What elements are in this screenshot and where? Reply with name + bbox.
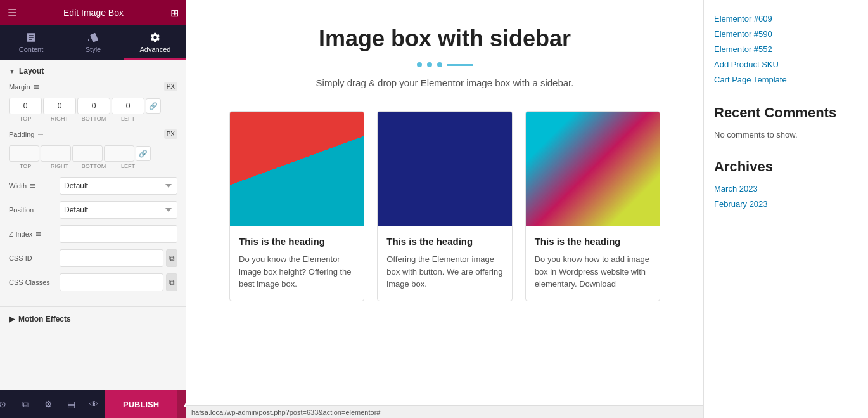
- link-590[interactable]: Elementor #590: [714, 29, 772, 39]
- margin-left-label: LEFT: [112, 115, 144, 122]
- card-2-text: Offering the Elementor image box with bu…: [386, 253, 502, 291]
- title-decoration: [205, 62, 684, 67]
- link-cart-template[interactable]: Cart Page Template: [714, 75, 787, 84]
- responsive-icon[interactable]: ▤: [60, 390, 82, 418]
- page-subtitle: Simply drag & drop your Elementor image …: [205, 77, 684, 88]
- settings-icon[interactable]: ⚙: [37, 390, 60, 418]
- recent-comments-title: Recent Comments: [714, 104, 858, 122]
- card-3-text: Do you know how to add image box in Word…: [535, 253, 651, 291]
- tab-advanced[interactable]: Advanced: [124, 25, 186, 60]
- cssclass-label: CSS Classes: [9, 278, 60, 286]
- padding-right-label: RIGHT: [43, 163, 76, 169]
- tab-advanced-label: Advanced: [140, 46, 171, 53]
- card-2-overlay: [378, 112, 511, 226]
- width-select[interactable]: Default Full Width Inline Custom: [60, 177, 177, 195]
- width-label: Width: [9, 182, 60, 190]
- margin-right-label: RIGHT: [43, 115, 76, 122]
- card-3-body: This is the heading Do you know how to a…: [526, 226, 660, 301]
- padding-unit-select[interactable]: PX: [164, 129, 177, 139]
- zindex-row: Z-Index: [9, 225, 177, 243]
- layout-section: Margin PX 🔗 TOP RIGHT BOTTOM LEFT: [0, 82, 186, 306]
- hamburger-icon[interactable]: ☰: [8, 7, 16, 19]
- card-1-text: Do you know the Elementor image box heig…: [239, 253, 355, 291]
- cssid-label: CSS ID: [9, 254, 60, 262]
- position-label: Position: [9, 206, 60, 214]
- dot-3: [437, 62, 442, 67]
- page-title: Image box with sidebar: [205, 25, 684, 52]
- cssid-copy-btn[interactable]: ⧉: [166, 249, 177, 267]
- tab-content-label: Content: [19, 46, 44, 53]
- grid-icon[interactable]: ⊞: [170, 7, 179, 19]
- position-row: Position Default Absolute Fixed: [9, 201, 177, 219]
- margin-bottom-input[interactable]: [77, 98, 110, 114]
- preview-icon[interactable]: 👁: [82, 390, 105, 418]
- layout-arrow: ▼: [9, 68, 15, 75]
- link-609[interactable]: Elementor #609: [714, 14, 772, 23]
- link-552[interactable]: Elementor #552: [714, 44, 772, 54]
- link-item-5: Cart Page Template: [714, 74, 858, 85]
- padding-label: Padding: [9, 131, 47, 138]
- link-item-4: Add Product SKU: [714, 58, 858, 70]
- card-2-img-bg: [378, 112, 511, 226]
- tab-content[interactable]: Content: [0, 25, 62, 60]
- card-2-image: [378, 112, 511, 226]
- margin-row: Margin PX: [9, 82, 177, 91]
- motion-effects-header[interactable]: ▶ Motion Effects: [0, 307, 186, 331]
- card-1-heading: This is the heading: [239, 236, 355, 247]
- motion-arrow: ▶: [9, 315, 15, 323]
- card-3: This is the heading Do you know how to a…: [525, 111, 660, 301]
- margin-label: Margin: [9, 83, 47, 91]
- layers-icon[interactable]: ⧉: [14, 390, 37, 418]
- march-2023-link[interactable]: March 2023: [714, 184, 758, 193]
- margin-link-icon[interactable]: 🔗: [146, 98, 161, 114]
- link-product-sku[interactable]: Add Product SKU: [714, 60, 779, 69]
- card-1-overlay: [230, 112, 364, 226]
- url-text: hafsa.local/wp-admin/post.php?post=633&a…: [191, 408, 380, 416]
- publish-button[interactable]: PUBLISH: [105, 390, 177, 418]
- padding-left-label: LEFT: [112, 163, 144, 169]
- card-3-img-bg: [526, 112, 660, 226]
- padding-bottom-input[interactable]: [72, 145, 103, 162]
- publish-arrow-btn[interactable]: ▲: [177, 390, 186, 418]
- tab-style[interactable]: Style: [62, 25, 124, 60]
- publish-bar: ⊙ ⧉ ⚙ ▤ 👁 PUBLISH ▲: [0, 390, 186, 418]
- motion-effects-section: ▶ Motion Effects: [0, 306, 186, 331]
- margin-top-input[interactable]: [9, 98, 42, 114]
- width-row: Width Default Full Width Inline Custom: [9, 177, 177, 195]
- cssclass-input[interactable]: [60, 273, 163, 291]
- widget-links: Elementor #609 Elementor #590 Elementor …: [714, 13, 858, 85]
- motion-effects-label: Motion Effects: [18, 315, 71, 323]
- position-select[interactable]: Default Absolute Fixed: [60, 201, 177, 219]
- padding-top-label: TOP: [9, 163, 42, 169]
- cssclass-copy-btn[interactable]: ⧉: [166, 273, 177, 291]
- tab-style-label: Style: [86, 46, 101, 53]
- padding-link-icon[interactable]: 🔗: [136, 146, 151, 161]
- center-content: Image box with sidebar Simply drag & dro…: [186, 0, 703, 418]
- feb-2023-link[interactable]: February 2023: [714, 199, 768, 209]
- margin-left-input[interactable]: [112, 98, 144, 114]
- padding-top-input[interactable]: [9, 145, 39, 162]
- margin-right-input[interactable]: [43, 98, 76, 114]
- zindex-label: Z-Index: [9, 230, 60, 238]
- cssid-input[interactable]: [60, 249, 163, 267]
- panel-content: ▼ Layout Margin PX 🔗: [0, 60, 186, 418]
- history-icon[interactable]: ⊙: [0, 390, 14, 418]
- card-2: This is the heading Offering the Element…: [377, 111, 512, 301]
- zindex-input[interactable]: [60, 225, 177, 243]
- link-item-1: Elementor #609: [714, 13, 858, 24]
- cssclass-row: CSS Classes ⧉: [9, 273, 177, 291]
- layout-label: Layout: [19, 67, 44, 75]
- layout-section-header[interactable]: ▼ Layout: [0, 60, 186, 82]
- url-bar: hafsa.local/wp-admin/post.php?post=633&a…: [186, 405, 703, 418]
- padding-right-input[interactable]: [41, 145, 71, 162]
- link-item-2: Elementor #590: [714, 28, 858, 39]
- publish-icons: ⊙ ⧉ ⚙ ▤ 👁: [0, 390, 105, 418]
- padding-left-input[interactable]: [104, 145, 134, 162]
- margin-unit-select[interactable]: PX: [164, 82, 177, 91]
- left-panel: ☰ Edit Image Box ⊞ Content Style Advance…: [0, 0, 186, 418]
- archive-link-2: February 2023: [714, 198, 858, 209]
- archive-link-1: March 2023: [714, 183, 858, 194]
- panel-title: Edit Image Box: [63, 8, 124, 18]
- archive-links: March 2023 February 2023: [714, 183, 858, 209]
- card-2-body: This is the heading Offering the Element…: [378, 226, 511, 301]
